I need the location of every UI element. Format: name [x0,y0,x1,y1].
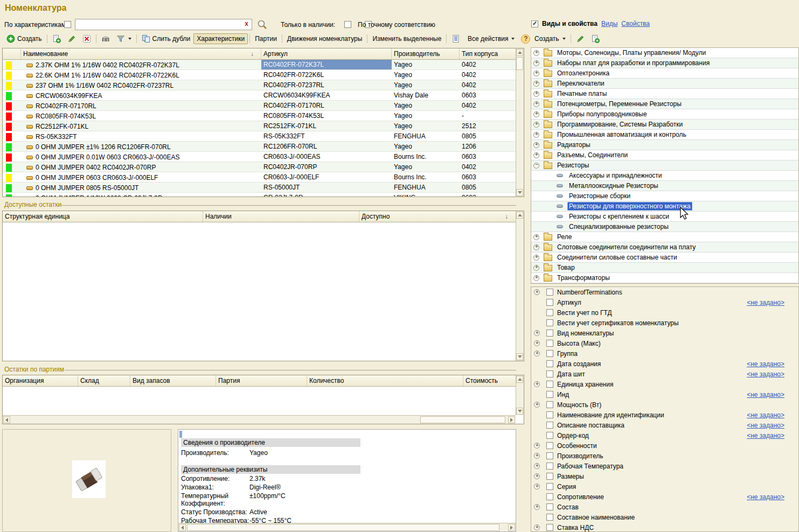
not-set-link[interactable]: <не задано> [747,432,784,439]
tree-expander-icon[interactable] [533,265,539,271]
item-image[interactable] [72,460,106,498]
available-vertical-scrollbar[interactable] [516,211,524,361]
property-checkbox[interactable] [546,391,553,398]
not-set-link[interactable]: <не задано> [747,360,784,368]
property-checkbox[interactable] [546,360,553,367]
scroll-up-button[interactable] [516,376,523,383]
not-set-link[interactable]: <не задано> [747,411,784,419]
table-row[interactable]: 237 OHM 1% 1/16W 0402 RC0402FR-07237RL R… [3,80,524,90]
not-set-link[interactable]: <не задано> [747,370,784,378]
property-expander-icon[interactable] [534,504,540,510]
tree-item[interactable]: Разъемы, Соединители [531,150,798,160]
column-header[interactable]: Вид запасов [130,375,216,386]
details-horizontal-scrollbar[interactable] [178,523,516,531]
property-checkbox[interactable] [546,381,553,388]
tree-expander-icon[interactable] [533,234,539,240]
tree-expander-icon[interactable] [533,101,539,107]
table-row[interactable]: RS-05K332FT RS-05K332FT FENGHUA 0805 [3,131,524,142]
scroll-right-button[interactable] [508,416,515,423]
properties-link[interactable]: Свойства [621,20,650,27]
property-expander-icon[interactable] [534,340,540,346]
property-checkbox[interactable] [546,442,553,449]
tree-item[interactable]: Резисторы для поверхностного монтажа [531,201,798,212]
scroll-left-button[interactable] [3,416,10,423]
property-checkbox[interactable] [546,370,553,377]
property-checkbox[interactable] [546,473,553,480]
property-checkbox[interactable] [546,483,553,490]
property-expander-icon[interactable] [534,453,540,459]
scrollbar-thumb[interactable] [187,524,499,531]
tree-item[interactable]: Потенциометры, Переменные Резисторы [531,99,798,109]
scroll-down-button[interactable] [516,353,523,360]
tree-item[interactable]: Соединители силовые составные части [531,253,798,263]
scroll-down-button[interactable] [516,189,523,196]
kinds-properties-checkbox[interactable] [531,20,538,27]
tree-expander-icon[interactable] [533,255,539,261]
batches-button[interactable]: Партии [252,33,280,44]
property-checkbox[interactable] [546,350,553,357]
property-expander-icon[interactable] [534,473,540,479]
tree-expander-icon[interactable] [533,60,539,66]
scroll-left-button[interactable] [179,524,186,531]
tree-expander-icon[interactable] [533,111,539,117]
property-checkbox[interactable] [546,493,553,500]
tree-expander-icon[interactable] [533,91,539,97]
table-row[interactable]: 0 OHM JUMPER 1/10W 0603 CR-03JL7-0R CR-0… [3,193,524,197]
property-expander-icon[interactable] [534,289,540,295]
table-row[interactable]: 0 OHM JUMPER ±1% 1206 RC1206FR-070RL RC1… [3,142,524,152]
tree-expander-icon[interactable] [533,275,539,281]
items-vertical-scrollbar[interactable] [516,48,524,197]
table-row[interactable]: RC2512FK-071KL RC2512FK-071KL Yageo 2512 [3,121,524,131]
tree-expander-icon[interactable] [533,122,539,128]
tree-expander-icon[interactable] [533,81,539,87]
property-checkbox[interactable] [546,401,553,408]
property-checkbox[interactable] [546,330,553,337]
property-expander-icon[interactable] [534,351,540,356]
property-checkbox[interactable] [546,524,553,531]
column-header[interactable]: Склад [78,375,130,386]
batch-horizontal-scrollbar[interactable] [3,415,516,424]
table-row[interactable]: 0 OHM JUMPER 0.01W 0603 CR0603-J/-000EAS… [3,152,524,162]
property-checkbox[interactable] [546,299,553,306]
property-checkbox[interactable] [546,432,553,439]
tree-expander-icon[interactable] [533,132,539,138]
property-expander-icon[interactable] [534,524,540,530]
tree-item[interactable]: Оптоэлектроника [531,68,798,79]
tree-expander-icon[interactable] [533,142,539,148]
table-row[interactable]: 0 OHM JUMPER 0402 RC0402JR-070RP RC0402J… [3,162,524,172]
table-row[interactable]: 0 OHM JUMPER 0603 CR0603-J/-000ELF CR060… [3,172,524,183]
property-checkbox[interactable] [546,319,553,326]
table-row[interactable]: 0 OHM JUMPER 0805 RS-05000JT RS-05000JT … [3,183,524,193]
batch-vertical-scrollbar[interactable] [516,375,524,415]
scrollbar-thumb[interactable] [516,57,523,70]
characteristics-toggle-button[interactable]: Характеристики [193,33,248,44]
property-checkbox[interactable] [546,452,553,459]
column-header[interactable]: Артикул [261,48,392,59]
column-header[interactable]: Тип корпуса [460,48,517,59]
search-icon[interactable] [257,19,267,30]
merge-duplicates-button[interactable]: Слить дубли [138,33,194,45]
scroll-down-button[interactable] [516,408,523,415]
property-checkbox[interactable] [546,309,553,316]
table-row[interactable]: RC0805FR-074K53L RC0805FR-074K53L Yageo … [3,111,524,121]
tree-expander-icon[interactable] [533,152,539,158]
only-in-stock-checkbox[interactable] [344,21,351,28]
property-expander-icon[interactable] [534,330,540,336]
tree-item[interactable]: Товар [531,263,798,273]
filter-button[interactable] [113,33,135,45]
property-checkbox[interactable] [546,514,553,521]
property-checkbox[interactable] [546,422,553,429]
tree-item[interactable]: Резисторы с креплением к шасси [531,212,798,222]
all-actions-button[interactable]: Все действия [464,33,518,44]
tree-item[interactable]: Резисторные сборки [531,191,798,201]
tree-item[interactable]: Переключатели [531,79,798,89]
not-set-link[interactable]: <не задано> [747,422,784,429]
property-checkbox[interactable] [546,340,553,347]
not-set-link[interactable]: <не задано> [747,493,784,501]
property-expander-icon[interactable] [534,402,540,408]
by-characteristics-checkbox[interactable] [64,21,71,28]
table-row[interactable]: 22.6K OHM 1% 1/16W 0402 RC0402FR-0722K6L… [3,70,524,80]
property-checkbox[interactable] [546,503,553,510]
tree-item[interactable]: Наборы плат для разработки и программиро… [531,58,798,68]
property-expander-icon[interactable] [534,443,540,449]
